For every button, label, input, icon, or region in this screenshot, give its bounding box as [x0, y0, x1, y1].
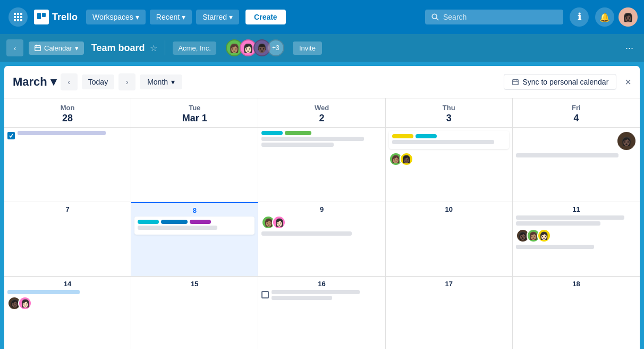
svg-rect-8 — [20, 19, 22, 21]
next-month-button[interactable]: › — [118, 73, 135, 90]
create-button[interactable]: Create — [245, 10, 286, 24]
invite-button[interactable]: Invite — [293, 41, 322, 55]
cell-mar11[interactable]: 11 👩🏿 👩🏽 👩🏻 — [513, 202, 640, 277]
board-header: ‹ Calendar ▾ Team board ☆ Acme, Inc. 👩🏽 … — [0, 34, 644, 62]
avatar-fri11-3[interactable]: 👩🏻 — [537, 229, 551, 243]
svg-rect-13 — [35, 46, 41, 51]
view-mode-button[interactable]: Month ▾ — [140, 74, 182, 89]
search-input[interactable] — [443, 13, 549, 21]
calendar-day-headers: Mon 28 Tue Mar 1 Wed 2 Thu 3 Fri 4 — [4, 98, 640, 128]
search-bar[interactable] — [425, 10, 563, 24]
svg-rect-0 — [14, 13, 16, 15]
calendar-toolbar: March ▾ ‹ Today › Month ▾ Sync to person… — [4, 66, 640, 98]
avatar-mon14-2[interactable]: 👩🏻 — [18, 296, 32, 310]
avatar-fri4[interactable]: 👩🏿 — [616, 131, 637, 151]
user-avatar[interactable]: 👩🏿 — [618, 7, 638, 27]
main-content: March ▾ ‹ Today › Month ▾ Sync to person… — [0, 62, 644, 349]
cell-mar10[interactable]: 10 — [386, 202, 513, 277]
trello-logo[interactable]: Trello — [34, 10, 78, 24]
calendar-icon — [34, 44, 41, 52]
svg-rect-4 — [17, 16, 19, 18]
recent-menu-button[interactable]: Recent ▾ — [150, 10, 192, 24]
cell-mar2[interactable] — [258, 128, 385, 202]
calendar-container: March ▾ ‹ Today › Month ▾ Sync to person… — [4, 66, 640, 349]
cell-mar9[interactable]: 9 👩🏽 👩🏻 — [258, 202, 385, 277]
card-feb28-1[interactable] — [7, 131, 128, 139]
svg-line-12 — [436, 18, 438, 20]
svg-rect-9 — [37, 13, 41, 19]
svg-rect-3 — [14, 16, 16, 18]
info-button[interactable]: ℹ — [570, 7, 589, 27]
svg-rect-7 — [17, 19, 19, 21]
grid-menu-button[interactable] — [9, 7, 28, 27]
svg-rect-5 — [20, 16, 22, 18]
view-selector-button[interactable]: Calendar ▾ — [29, 41, 84, 55]
label-blue — [161, 220, 188, 224]
svg-rect-17 — [513, 80, 519, 85]
cell-mar1[interactable] — [131, 128, 258, 202]
svg-rect-1 — [17, 13, 19, 15]
day-header-fri: Fri 4 — [513, 98, 640, 127]
top-navigation: Trello Workspaces ▾ Recent ▾ Starred ▾ C… — [0, 0, 644, 34]
cell-mar14[interactable]: 14 👩🏿 👩🏻 — [4, 277, 131, 349]
today-button[interactable]: Today — [82, 74, 114, 89]
star-button[interactable]: ☆ — [150, 43, 157, 53]
day-header-wed: Wed 2 — [258, 98, 385, 127]
day-header-mon: Mon 28 — [4, 98, 131, 127]
starred-menu-button[interactable]: Starred ▾ — [196, 10, 239, 24]
cell-mar7[interactable]: 7 — [4, 202, 131, 277]
month-title[interactable]: March ▾ — [13, 75, 56, 89]
notifications-button[interactable]: 🔔 — [595, 7, 614, 27]
prev-month-button[interactable]: ‹ — [61, 73, 78, 90]
cell-mar18[interactable]: 18 — [513, 277, 640, 349]
svg-rect-10 — [42, 13, 46, 17]
board-members: 👩🏽 👩🏻 👨🏿 +3 — [226, 39, 284, 56]
label-purple — [190, 220, 211, 224]
label-teal3 — [138, 220, 159, 224]
cell-mar15[interactable]: 15 — [131, 277, 258, 349]
svg-rect-6 — [14, 19, 16, 21]
workspaces-menu-button[interactable]: Workspaces ▾ — [86, 10, 146, 24]
more-members-badge[interactable]: +3 — [267, 39, 284, 56]
day-header-tue: Tue Mar 1 — [131, 98, 258, 127]
day-header-thu: Thu 3 — [386, 98, 513, 127]
calendar-grid: 👩🏽 👩🏿 👩🏿 7 8 — [4, 128, 640, 349]
label-green — [285, 131, 311, 135]
label-teal2 — [416, 134, 437, 138]
svg-point-11 — [432, 14, 437, 19]
avatar-thu3-2[interactable]: 👩🏿 — [400, 152, 413, 166]
sidebar-toggle-button[interactable]: ‹ — [6, 39, 23, 56]
sync-calendar-button[interactable]: Sync to personal calendar — [504, 74, 616, 90]
cell-mar4[interactable]: 👩🏿 — [513, 128, 640, 202]
cell-mar17[interactable]: 17 — [386, 277, 513, 349]
workspace-button[interactable]: Acme, Inc. — [173, 41, 216, 55]
trello-logo-icon — [34, 10, 49, 24]
label-yellow — [392, 134, 413, 138]
divider — [165, 40, 165, 55]
more-options-button[interactable]: ··· — [621, 40, 638, 56]
avatar-wed9-2[interactable]: 👩🏻 — [272, 215, 286, 229]
search-icon — [431, 13, 439, 21]
cell-mar16[interactable]: 16 — [258, 277, 385, 349]
board-title: Team board — [91, 43, 145, 54]
close-calendar-button[interactable]: × — [625, 76, 631, 88]
cell-feb28[interactable] — [4, 128, 131, 202]
svg-rect-2 — [20, 13, 22, 15]
cell-mar3[interactable]: 👩🏽 👩🏿 — [386, 128, 513, 202]
cell-mar8-today[interactable]: 8 — [131, 202, 258, 277]
label-teal — [261, 131, 283, 135]
checkbox-checked — [7, 132, 15, 139]
sync-icon — [512, 78, 519, 86]
checkbox-unchecked — [261, 291, 269, 298]
